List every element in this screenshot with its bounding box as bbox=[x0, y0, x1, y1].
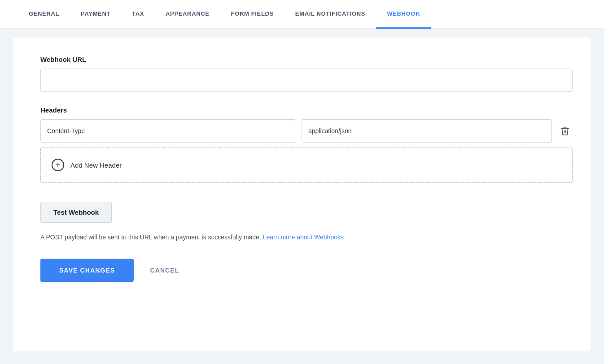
tab-tax[interactable]: TAX bbox=[121, 0, 155, 29]
test-webhook-button[interactable]: Test Webhook bbox=[40, 202, 112, 223]
main-content: Webhook URL Headers + Add New Header bbox=[13, 38, 591, 351]
tab-general[interactable]: GENERAL bbox=[18, 0, 70, 29]
tab-email-notifications[interactable]: EMAIL NOTIFICATIONS bbox=[284, 0, 376, 29]
trash-icon bbox=[560, 126, 570, 136]
tab-webhook[interactable]: WEBHOOK bbox=[376, 0, 431, 29]
tab-payment[interactable]: PAYMENT bbox=[70, 0, 121, 29]
add-header-label: Add New Header bbox=[70, 161, 122, 169]
info-text: A POST payload will be sent to this URL … bbox=[40, 234, 399, 241]
webhook-url-label: Webhook URL bbox=[40, 56, 573, 63]
add-header-button[interactable]: + Add New Header bbox=[40, 147, 573, 183]
action-buttons: SAVE CHANGES CANCEL bbox=[40, 259, 573, 282]
webhook-url-section: Webhook URL bbox=[40, 56, 573, 92]
tab-form-fields[interactable]: FORM FIELDS bbox=[220, 0, 284, 29]
top-navigation: GENERAL PAYMENT TAX APPEARANCE FORM FIEL… bbox=[0, 0, 604, 29]
header-key-input[interactable] bbox=[40, 119, 296, 143]
headers-label: Headers bbox=[40, 106, 573, 114]
headers-section: Headers + Add New Header bbox=[40, 106, 573, 183]
tab-appearance[interactable]: APPEARANCE bbox=[155, 0, 220, 29]
header-row bbox=[40, 119, 573, 143]
cancel-button[interactable]: CANCEL bbox=[144, 259, 184, 282]
save-changes-button[interactable]: SAVE CHANGES bbox=[40, 259, 134, 282]
webhook-url-input[interactable] bbox=[40, 69, 573, 92]
delete-header-button[interactable] bbox=[557, 123, 573, 139]
plus-circle-icon: + bbox=[52, 159, 64, 171]
learn-more-link[interactable]: Learn more about Webhooks bbox=[263, 234, 344, 241]
header-value-input[interactable] bbox=[302, 119, 552, 143]
